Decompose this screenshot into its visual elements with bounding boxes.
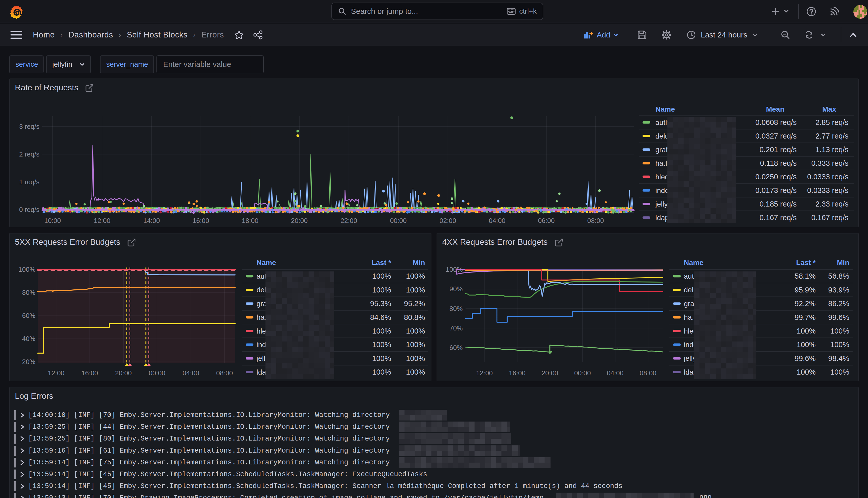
- svg-text:90%: 90%: [450, 285, 463, 293]
- svg-text:80%: 80%: [450, 305, 463, 313]
- svg-text:02:00: 02:00: [439, 217, 456, 224]
- svg-text:22:00: 22:00: [340, 217, 357, 224]
- svg-text:2.85 req/s: 2.85 req/s: [815, 118, 849, 127]
- svg-text:100%: 100%: [830, 368, 849, 376]
- svg-text:Last *: Last *: [796, 259, 816, 266]
- svg-text:100%: 100%: [406, 354, 425, 363]
- svg-text:100%: 100%: [372, 286, 391, 294]
- svg-text:100%: 100%: [830, 327, 849, 335]
- svg-text:00:00: 00:00: [390, 217, 406, 224]
- svg-text:12:00: 12:00: [94, 217, 110, 224]
- svg-text:0.0173 req/s: 0.0173 req/s: [756, 186, 797, 195]
- svg-text:1 req/s: 1 req/s: [19, 178, 40, 186]
- svg-text:86.2%: 86.2%: [828, 299, 849, 307]
- svg-text:80.8%: 80.8%: [404, 313, 425, 322]
- svg-text:Max: Max: [822, 105, 837, 113]
- svg-text:20:00: 20:00: [542, 369, 558, 377]
- svg-text:0.167 req/s: 0.167 req/s: [760, 213, 797, 222]
- svg-text:98.4%: 98.4%: [828, 354, 849, 363]
- svg-text:18:00: 18:00: [242, 217, 258, 224]
- svg-text:0.0333 req/s: 0.0333 req/s: [807, 173, 849, 181]
- svg-text:100%: 100%: [830, 340, 849, 349]
- svg-text:100%: 100%: [406, 327, 425, 335]
- svg-text:95.2%: 95.2%: [404, 299, 425, 307]
- svg-text:100%: 100%: [406, 286, 425, 294]
- svg-text:93.9%: 93.9%: [828, 286, 849, 294]
- svg-text:100%: 100%: [372, 327, 391, 335]
- svg-text:Mean: Mean: [766, 105, 784, 113]
- svg-text:0.0327 req/s: 0.0327 req/s: [756, 132, 797, 140]
- svg-text:08:00: 08:00: [640, 369, 656, 377]
- svg-text:16:00: 16:00: [509, 369, 525, 377]
- svg-text:Last *: Last *: [372, 259, 391, 266]
- svg-text:40%: 40%: [22, 335, 36, 342]
- svg-text:20%: 20%: [22, 358, 36, 366]
- svg-text:2.77 req/s: 2.77 req/s: [815, 132, 849, 140]
- svg-text:0 req/s: 0 req/s: [19, 206, 40, 213]
- svg-text:04:00: 04:00: [607, 369, 624, 377]
- svg-text:3 req/s: 3 req/s: [19, 123, 40, 130]
- svg-text:58.1%: 58.1%: [794, 272, 816, 280]
- svg-text:95.9%: 95.9%: [794, 286, 816, 294]
- svg-text:10:00: 10:00: [44, 217, 61, 224]
- svg-text:95.3%: 95.3%: [370, 299, 391, 307]
- svg-text:84.6%: 84.6%: [370, 313, 391, 322]
- svg-text:99.6%: 99.6%: [794, 354, 816, 363]
- svg-text:20:00: 20:00: [115, 369, 132, 377]
- svg-text:100%: 100%: [18, 265, 36, 273]
- svg-text:Name: Name: [655, 105, 675, 113]
- svg-text:2 req/s: 2 req/s: [19, 150, 40, 158]
- svg-text:60%: 60%: [22, 312, 36, 319]
- svg-text:14:00: 14:00: [143, 217, 160, 224]
- svg-text:Name: Name: [684, 259, 703, 266]
- svg-text:04:00: 04:00: [183, 369, 199, 377]
- svg-text:12:00: 12:00: [48, 369, 64, 377]
- svg-text:0.0250 req/s: 0.0250 req/s: [756, 173, 797, 181]
- svg-text:100%: 100%: [372, 340, 391, 349]
- svg-text:0.185 req/s: 0.185 req/s: [760, 200, 797, 208]
- svg-text:2.33 req/s: 2.33 req/s: [815, 200, 849, 208]
- svg-text:12:00: 12:00: [476, 369, 493, 377]
- svg-text:06:00: 06:00: [538, 217, 555, 224]
- svg-text:99.6%: 99.6%: [828, 313, 849, 322]
- svg-text:08:00: 08:00: [216, 369, 233, 377]
- svg-text:16:00: 16:00: [81, 369, 98, 377]
- svg-text:Min: Min: [413, 259, 425, 266]
- svg-text:80%: 80%: [22, 289, 36, 296]
- svg-text:70%: 70%: [450, 324, 463, 332]
- svg-text:0.0608 req/s: 0.0608 req/s: [756, 118, 797, 127]
- svg-text:99.7%: 99.7%: [794, 313, 816, 322]
- svg-text:100%: 100%: [797, 327, 816, 335]
- svg-text:100%: 100%: [372, 272, 391, 280]
- svg-text:Name: Name: [256, 259, 276, 266]
- svg-text:100%: 100%: [797, 368, 816, 376]
- svg-text:92.2%: 92.2%: [794, 299, 816, 307]
- svg-text:100%: 100%: [372, 368, 391, 376]
- svg-text:100%: 100%: [406, 272, 425, 280]
- svg-text:00:00: 00:00: [574, 369, 591, 377]
- svg-text:1.13 req/s: 1.13 req/s: [815, 145, 849, 154]
- svg-text:56.8%: 56.8%: [828, 272, 849, 280]
- svg-text:0.333 req/s: 0.333 req/s: [811, 159, 849, 167]
- svg-text:0.0333 req/s: 0.0333 req/s: [807, 186, 849, 195]
- svg-text:16:00: 16:00: [192, 217, 209, 224]
- svg-text:60%: 60%: [450, 344, 463, 352]
- svg-text:20:00: 20:00: [291, 217, 308, 224]
- svg-text:100%: 100%: [797, 340, 816, 349]
- svg-text:Min: Min: [837, 259, 849, 266]
- svg-text:08:00: 08:00: [587, 217, 604, 224]
- svg-text:100%: 100%: [372, 354, 391, 363]
- svg-text:100%: 100%: [406, 340, 425, 349]
- svg-text:0.201 req/s: 0.201 req/s: [760, 145, 797, 154]
- svg-text:100%: 100%: [406, 368, 425, 376]
- svg-text:04:00: 04:00: [489, 217, 505, 224]
- svg-text:00:00: 00:00: [149, 369, 165, 377]
- svg-text:0.118 req/s: 0.118 req/s: [760, 159, 797, 167]
- svg-text:0.167 req/s: 0.167 req/s: [811, 213, 849, 222]
